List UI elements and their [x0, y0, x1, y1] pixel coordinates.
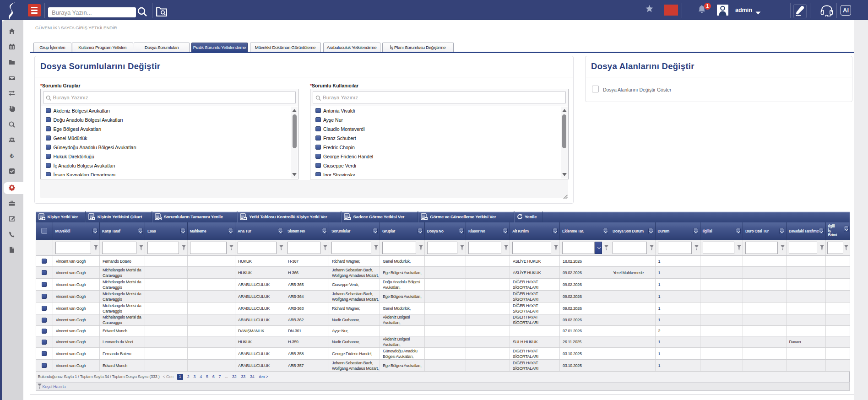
svg-text:₺: ₺ — [10, 152, 14, 159]
